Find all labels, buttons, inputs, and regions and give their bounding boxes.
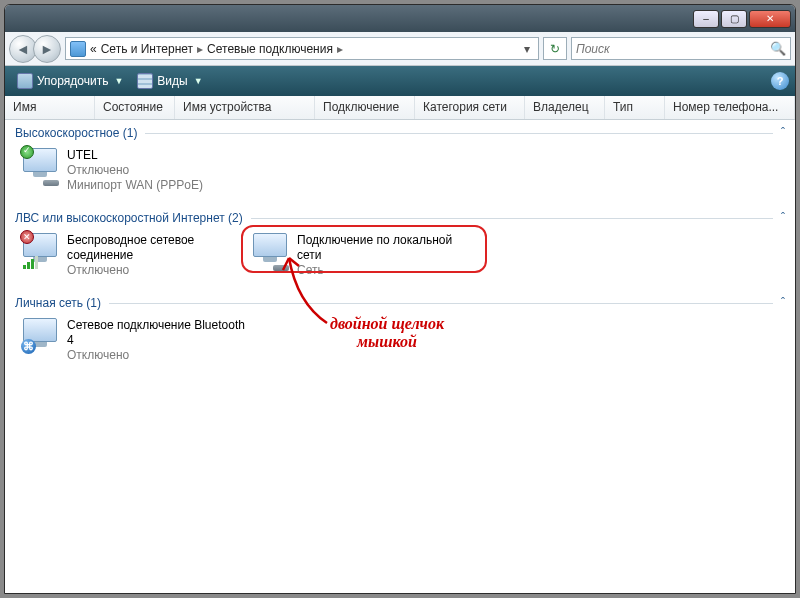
column-headers: Имя Состояние Имя устройства Подключение… (5, 96, 795, 120)
refresh-button[interactable]: ↻ (543, 37, 567, 60)
connection-desc: Минипорт WAN (PPPoE) (67, 178, 203, 193)
connection-status: Отключено (67, 263, 221, 278)
connection-icon (23, 148, 61, 182)
group-divider (251, 218, 773, 219)
col-phone[interactable]: Номер телефона... (665, 96, 795, 119)
col-owner[interactable]: Владелец (525, 96, 605, 119)
cable-icon (273, 265, 289, 271)
breadcrumb-seg-1[interactable]: Сеть и Интернет (101, 42, 193, 56)
toolbar: Упорядочить ▼ Виды ▼ ? (5, 66, 795, 96)
help-button[interactable]: ? (771, 72, 789, 90)
titlebar: – ▢ ✕ (5, 5, 795, 32)
nav-forward-button[interactable]: ► (33, 35, 61, 63)
connection-item-bluetooth[interactable]: ⌘ Сетевое подключение Bluetooth 4 Отключ… (17, 314, 257, 367)
connection-icon: ⌘ (23, 318, 61, 352)
chevron-down-icon: ▼ (194, 76, 203, 86)
bluetooth-icon: ⌘ (21, 339, 36, 354)
search-box[interactable]: 🔍 (571, 37, 791, 60)
breadcrumb-seg-2[interactable]: Сетевые подключения (207, 42, 333, 56)
breadcrumb-sep-icon: ▸ (197, 42, 203, 56)
connection-item-wireless[interactable]: ✕ Беспроводное сетевое соединение Отключ… (17, 229, 227, 282)
location-icon (70, 41, 86, 57)
breadcrumb-prefix: « (90, 42, 97, 56)
connection-status: Сеть (297, 263, 471, 278)
group-divider (145, 133, 773, 134)
connection-title: UTEL (67, 148, 203, 163)
signal-bars-icon (23, 256, 38, 269)
breadcrumb-dropdown-icon[interactable]: ▾ (520, 42, 534, 56)
explorer-window: – ▢ ✕ ◄ ► « Сеть и Интернет ▸ Сетевые по… (4, 4, 796, 594)
organize-icon (17, 73, 33, 89)
annotation-text: двойной щелчок мышкой (307, 315, 467, 350)
content-area: Высокоскоростное (1) ˆ UTEL Отключено Ми… (5, 120, 795, 593)
col-category[interactable]: Категория сети (415, 96, 525, 119)
col-name[interactable]: Имя (5, 96, 95, 119)
connection-title: Сетевое подключение Bluetooth 4 (67, 318, 251, 348)
x-icon: ✕ (20, 230, 34, 244)
col-device[interactable]: Имя устройства (175, 96, 315, 119)
search-input[interactable] (576, 42, 770, 56)
address-bar: ◄ ► « Сеть и Интернет ▸ Сетевые подключе… (5, 32, 795, 66)
organize-button[interactable]: Упорядочить ▼ (11, 70, 129, 92)
group-title: Высокоскоростное (1) (15, 126, 137, 140)
close-button[interactable]: ✕ (749, 10, 791, 28)
collapse-icon[interactable]: ˆ (781, 296, 785, 310)
collapse-icon[interactable]: ˆ (781, 126, 785, 140)
maximize-button[interactable]: ▢ (721, 10, 747, 28)
breadcrumb[interactable]: « Сеть и Интернет ▸ Сетевые подключения … (65, 37, 539, 60)
connection-status: Отключено (67, 348, 251, 363)
col-type[interactable]: Тип (605, 96, 665, 119)
connection-item-utel[interactable]: UTEL Отключено Минипорт WAN (PPPoE) (17, 144, 257, 197)
connection-title: Беспроводное сетевое соединение (67, 233, 221, 263)
breadcrumb-sep-icon: ▸ (337, 42, 343, 56)
views-icon (137, 73, 153, 89)
connection-icon (253, 233, 291, 267)
collapse-icon[interactable]: ˆ (781, 211, 785, 225)
group-header[interactable]: Личная сеть (1) ˆ (5, 290, 795, 312)
chevron-down-icon: ▼ (114, 76, 123, 86)
connection-icon: ✕ (23, 233, 61, 267)
group-header[interactable]: Высокоскоростное (1) ˆ (5, 120, 795, 142)
minimize-button[interactable]: – (693, 10, 719, 28)
col-connection[interactable]: Подключение (315, 96, 415, 119)
group-title: Личная сеть (1) (15, 296, 101, 310)
organize-label: Упорядочить (37, 74, 108, 88)
search-icon[interactable]: 🔍 (770, 41, 786, 56)
views-label: Виды (157, 74, 187, 88)
col-state[interactable]: Состояние (95, 96, 175, 119)
connection-status: Отключено (67, 163, 203, 178)
connection-title: Подключение по локальной сети (297, 233, 471, 263)
connection-item-lan[interactable]: Подключение по локальной сети Сеть (247, 229, 477, 282)
group-title: ЛВС или высокоскоростной Интернет (2) (15, 211, 243, 225)
group-header[interactable]: ЛВС или высокоскоростной Интернет (2) ˆ (5, 205, 795, 227)
group-divider (109, 303, 773, 304)
views-button[interactable]: Виды ▼ (131, 70, 208, 92)
check-icon (20, 145, 34, 159)
